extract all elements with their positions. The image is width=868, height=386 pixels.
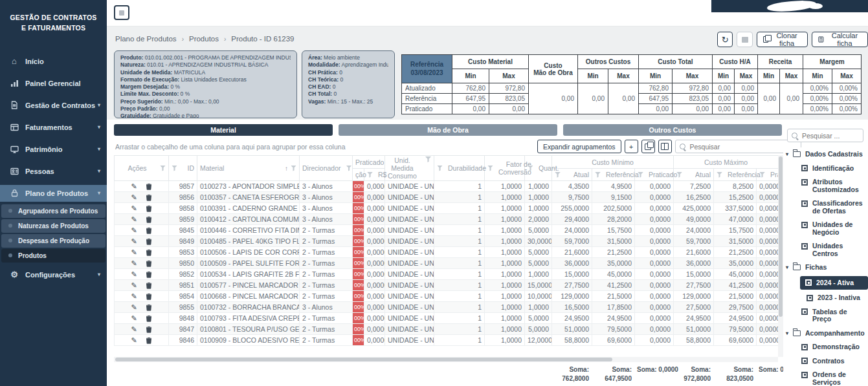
tree-folder-fichas[interactable]: ▾Fichas [783,261,868,275]
tree-item-atributos-customizados[interactable]: Atributos Customizados [783,175,868,197]
tree-folder-acompanhamento[interactable]: ▾Acompanhamento [783,327,868,341]
delete-icon[interactable] [146,326,152,333]
tab-m-o-de-obra[interactable]: Mão de Obra [339,124,557,136]
tree-item-tabelas-de-pre-o[interactable]: Tabelas de Preço [783,305,868,327]
column-header-praticado-rs[interactable]: R$ [364,169,385,181]
column-header-id[interactable]: ID [169,156,197,181]
caret-down-icon[interactable]: ▾ [786,151,788,158]
sort-ascending-icon[interactable]: ↑ [285,165,288,172]
sidebar-toggle-button[interactable] [114,5,129,20]
delete-icon[interactable] [146,183,152,190]
column-header-unidade-medida[interactable]: Unid.MedidaConsumo [385,156,434,181]
column-header-defasagem[interactable]: ção [353,169,364,181]
tree-folder-dados-cadastrais[interactable]: ▾Dados Cadastrais [783,147,868,162]
filter-icon[interactable] [595,172,601,178]
filter-icon[interactable] [291,166,296,171]
table-row[interactable]: ✎98490100485 - PAPEL 40KG TIPO FLIP CHAR… [115,236,779,247]
tree-item-contratos[interactable]: Contratos [783,354,868,369]
edit-icon[interactable]: ✎ [131,238,137,245]
edit-icon[interactable]: ✎ [131,271,137,278]
sidebar-subitem-despesas-de-produ-o[interactable]: Despesas de Produção [1,234,106,248]
add-row-button[interactable]: + [625,140,638,153]
column-group-praticado[interactable]: Praticado [353,156,385,169]
column-header-max-atual[interactable]: Atual [674,169,714,181]
filter-icon[interactable] [437,166,443,171]
delete-icon[interactable] [146,249,152,256]
edit-icon[interactable]: ✎ [131,260,137,267]
filter-icon[interactable] [487,166,493,171]
vertical-scrollbar[interactable] [778,155,783,357]
delete-icon[interactable] [146,337,152,344]
delete-icon[interactable] [146,238,152,245]
table-row[interactable]: ✎98470100801 - TESOURA P/USO GERAL TAMAN… [115,324,779,335]
column-header-material[interactable]: Material↑ [197,156,300,181]
edit-icon[interactable]: ✎ [131,326,137,333]
tree-item-2024-ativa[interactable]: 2024 - Ativa [800,276,868,290]
column-header-max-refer-ncia[interactable]: Referência [714,169,757,181]
breadcrumb-item[interactable]: Produtos [189,35,219,43]
table-row[interactable]: ✎98480100793 - FITA ADESIVA CREPE DIMENS… [115,313,779,324]
table-row[interactable]: ✎98530100506 - LAPIS DE COR CORPO MADEIR… [115,247,779,258]
breadcrumb-item[interactable]: Plano de Produtos [115,35,177,43]
clone-record-button[interactable]: Clonar ficha [757,32,808,47]
edit-icon[interactable]: ✎ [131,227,137,234]
horizontal-scrollbar[interactable] [114,357,778,362]
column-header-acoes[interactable]: Ações [115,156,169,181]
sidebar-item-plano-de-produtos[interactable]: Plano de Produtos▾ [0,185,107,202]
column-group-custo-minimo[interactable]: Custo Mínimo [552,156,674,169]
tab-outros-custos[interactable]: Outros Custos [563,124,782,136]
duplicate-button[interactable] [641,140,655,153]
edit-icon[interactable]: ✎ [131,293,137,300]
table-row[interactable]: ✎98510100577 - PINCEL MARCADOR PERMANENT… [115,280,779,291]
expand-groups-button[interactable]: Expandir agrupamentos [537,140,621,153]
sidebar-item-configura-es[interactable]: ⚙Configurações▾ [0,264,107,286]
tree-item-2023-inativa[interactable]: 2023 - Inativa [783,291,868,305]
tab-material[interactable]: Material [114,124,333,136]
edit-icon[interactable]: ✎ [131,205,137,212]
column-header-direcionador[interactable]: Direcionador [300,156,353,181]
edit-icon[interactable]: ✎ [131,183,137,190]
disabled-icon-button[interactable] [737,32,752,47]
caret-down-icon[interactable]: ▾ [786,264,788,271]
caret-down-icon[interactable]: ▾ [786,330,788,337]
table-row[interactable]: ✎98590100412 - CARTOLINA COMUM GRAMATURA… [115,214,779,225]
filter-icon[interactable] [717,172,722,178]
horizontal-scrollbar-thumb[interactable] [115,358,612,361]
table-row[interactable]: ✎98450100446 - CORRETIVO FITA DIMENSAO 5… [115,225,779,236]
column-header-min-praticado[interactable]: Praticado [635,169,674,181]
delete-icon[interactable] [146,227,152,234]
edit-icon[interactable]: ✎ [131,249,137,256]
delete-icon[interactable] [146,194,152,201]
filter-icon[interactable] [346,166,352,171]
column-group-custo-maximo[interactable]: Custo Máximo [674,156,779,169]
table-row[interactable]: ✎98570100273 - APONTADOR SIMPLES P/ LAPI… [115,181,779,192]
filter-icon[interactable] [367,172,373,178]
tree-search-input[interactable] [801,131,859,140]
table-row[interactable]: ✎98520100534 - LAPIS GRAFITE 2B FORMATO … [115,269,779,280]
delete-icon[interactable] [146,260,152,267]
sidebar-item-patrim-nio[interactable]: Patrimônio▾ [0,138,107,160]
edit-icon[interactable]: ✎ [131,304,137,311]
edit-icon[interactable]: ✎ [131,194,137,201]
table-row[interactable]: ✎98580100391 - CADERNO GRANDE CAPA DURA … [115,203,779,214]
table-row[interactable]: ✎98560100357 - CANETA ESFEROGRAFICA AZUL… [115,192,779,203]
edit-icon[interactable]: ✎ [131,315,137,322]
edit-icon[interactable]: ✎ [131,216,137,223]
table-row[interactable]: ✎98500100509 - PAPEL SULFITE FORMATO A4 … [115,258,779,269]
sidebar-item-painel-gerencial[interactable]: Painel Gerencial [0,72,107,94]
sidebar-subitem-agrupadores-de-produtos[interactable]: Agrupadores de Produtos [1,204,106,218]
table-row[interactable]: ✎98550100732 - BORRACHA BRANCA FORMATO R… [115,302,779,313]
filter-icon[interactable] [172,166,177,171]
tree-item-unidades-centros[interactable]: Unidades Centros [783,239,868,261]
sidebar-subitem-produtos[interactable]: Produtos [1,249,106,263]
sidebar-subitem-naturezas-de-produtos[interactable]: Naturezas de Produtos [1,219,106,233]
delete-icon[interactable] [146,304,152,311]
sidebar-item-pessoas[interactable]: Pessoas▾ [0,160,107,182]
delete-icon[interactable] [146,271,152,278]
sidebar-item-in-cio[interactable]: ⌂Início [0,50,107,72]
sidebar-item-faturamentos[interactable]: Faturamentos▾ [0,116,107,138]
column-header-min-refer-ncia[interactable]: Referência [592,169,635,181]
breadcrumb-item[interactable]: Produto - ID 61239 [231,35,294,43]
table-row[interactable]: ✎98460100909 - BLOCO ADESIVO REPOSICIONA… [115,335,779,346]
tree-item-classificadores-de-ofertas[interactable]: Classificadores de Ofertas [783,197,868,218]
